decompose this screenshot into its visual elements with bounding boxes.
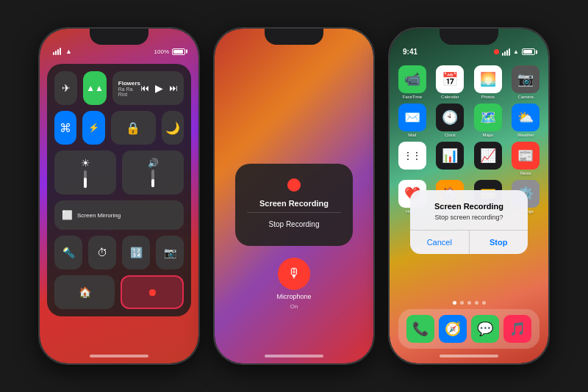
notch-2 bbox=[265, 29, 323, 45]
alert-body: Screen Recording Stop screen recording? bbox=[410, 190, 528, 221]
alert-title: Screen Recording bbox=[420, 202, 517, 211]
bluetooth-button[interactable]: ⚡ bbox=[82, 111, 104, 145]
dnd-button[interactable]: 🌙 bbox=[162, 111, 184, 145]
screen-record-button[interactable]: ⏺ bbox=[121, 275, 184, 309]
app-news[interactable]: 📰 News bbox=[509, 142, 543, 175]
camera-icon: 📷 bbox=[164, 247, 176, 258]
cc-last-row: 🏠 ⏺ bbox=[54, 275, 184, 309]
dot-4 bbox=[475, 301, 478, 305]
orientation-lock-button[interactable]: 🔒 bbox=[111, 111, 156, 145]
dot-5 bbox=[482, 301, 486, 305]
app-clock[interactable]: 🕙 Clock bbox=[434, 104, 467, 137]
timer-icon: ⏱ bbox=[97, 247, 107, 258]
airplane-icon: ✈ bbox=[62, 82, 71, 94]
play-icon[interactable]: ▶ bbox=[155, 82, 163, 94]
flashlight-button[interactable]: 🔦 bbox=[54, 236, 82, 269]
alert-cancel-button[interactable]: Cancel bbox=[410, 231, 470, 254]
home-button[interactable]: 🏠 bbox=[54, 275, 115, 309]
next-icon[interactable]: ⏭ bbox=[169, 83, 178, 93]
mic-button[interactable]: 🎙 bbox=[278, 258, 310, 290]
mirror-icon: ⬜ bbox=[62, 210, 73, 220]
battery-pct: 100% bbox=[154, 48, 169, 55]
record-icon: ⏺ bbox=[147, 286, 157, 298]
cellular-button[interactable]: ▲▲ bbox=[83, 71, 106, 105]
phone-3: 9:41 ▲ bbox=[388, 27, 550, 365]
prev-icon[interactable]: ⏮ bbox=[140, 83, 149, 93]
popup-divider bbox=[247, 212, 341, 213]
mic-status: On bbox=[290, 303, 298, 310]
safari-icon: 🧭 bbox=[439, 315, 467, 343]
notch-1 bbox=[90, 29, 148, 45]
dock-music[interactable]: 🎵 bbox=[503, 315, 531, 343]
cc-connectivity-row: ✈ ▲▲ Flowers Ra Ra Riot ⏮ ▶ ⏭ bbox=[54, 71, 184, 105]
recording-popup: Screen Recording Stop Recording bbox=[235, 164, 353, 246]
home-indicator-1[interactable] bbox=[90, 355, 148, 357]
dock: 📞 🧭 💬 🎵 bbox=[398, 309, 539, 349]
dock-phone[interactable]: 📞 bbox=[406, 315, 434, 343]
weather-icon: ⛅ bbox=[512, 104, 539, 131]
calc-icon: 🔢 bbox=[130, 247, 143, 258]
timer-button[interactable]: ⏱ bbox=[88, 236, 116, 269]
mirror-label: Screen Mirroring bbox=[77, 212, 121, 219]
status-bar-3: 9:41 ▲ bbox=[390, 48, 548, 56]
app-facetime[interactable]: 📹 FaceTime bbox=[395, 65, 429, 99]
cc-sliders-row: ☀ 🔊 bbox=[54, 150, 184, 195]
control-center-panel: ✈ ▲▲ Flowers Ra Ra Riot ⏮ ▶ ⏭ bbox=[47, 64, 191, 316]
app-activity[interactable]: 📈 bbox=[471, 142, 505, 175]
alert-stop-button[interactable]: Stop bbox=[470, 231, 528, 254]
recording-title: Screen Recording bbox=[259, 199, 329, 208]
app-camera[interactable]: 📷 Camera bbox=[509, 65, 543, 99]
wifi-btn-icon: ⌘ bbox=[60, 121, 71, 135]
now-playing-widget[interactable]: Flowers Ra Ra Riot ⏮ ▶ ⏭ bbox=[112, 71, 184, 105]
cc-bottom-row: 🔦 ⏱ 🔢 📷 bbox=[54, 236, 184, 269]
cc-row2: ⌘ ⚡ 🔒 🌙 bbox=[54, 111, 184, 145]
np-controls: ⏮ ▶ ⏭ bbox=[140, 82, 178, 94]
photos-icon: 🌅 bbox=[474, 65, 502, 93]
alert-message: Stop screen recording? bbox=[420, 214, 517, 221]
facetime-icon: 📹 bbox=[398, 65, 426, 93]
dot-2 bbox=[460, 301, 464, 305]
dot-3 bbox=[467, 301, 471, 305]
dock-safari[interactable]: 🧭 bbox=[439, 315, 467, 343]
app-photos[interactable]: 🌅 Photos bbox=[471, 65, 505, 99]
alert-buttons: Cancel Stop bbox=[410, 231, 528, 254]
stop-recording-button[interactable]: Stop Recording bbox=[269, 217, 320, 231]
calendar-icon: 📅 bbox=[436, 65, 464, 93]
airplane-mode-button[interactable]: ✈ bbox=[54, 71, 77, 105]
mic-container: 🎙 Microphone On bbox=[276, 258, 311, 310]
music-icon: 🎵 bbox=[503, 315, 531, 343]
status-icons-right: ▲ bbox=[494, 48, 535, 56]
messages-icon: 💬 bbox=[471, 315, 499, 343]
mic-label: Microphone bbox=[276, 293, 311, 300]
notch-3 bbox=[440, 29, 498, 45]
app-stocks[interactable]: 📊 bbox=[434, 142, 467, 175]
battery-area: 100% bbox=[154, 48, 185, 55]
app-maps[interactable]: 🗺️ Maps bbox=[471, 104, 505, 137]
app-mail[interactable]: ✉️ Mail bbox=[395, 104, 429, 137]
wifi-button[interactable]: ⌘ bbox=[54, 111, 76, 145]
np-title: Flowers bbox=[118, 80, 140, 87]
reminders-icon: ⋮⋮ bbox=[398, 142, 426, 170]
app-reminders[interactable]: ⋮⋮ bbox=[395, 142, 429, 175]
phone-icon: 📞 bbox=[406, 315, 434, 343]
speaker-icon: 🔊 bbox=[148, 158, 159, 168]
screen-mirror-button[interactable]: ⬜ Screen Mirroring bbox=[54, 200, 184, 230]
calculator-button[interactable]: 🔢 bbox=[122, 236, 150, 269]
activity-icon: 📈 bbox=[474, 142, 502, 170]
dock-messages[interactable]: 💬 bbox=[471, 315, 499, 343]
brightness-slider[interactable]: ☀ bbox=[54, 150, 116, 195]
recording-overlay: Screen Recording Stop Recording 🎙 Microp… bbox=[235, 186, 353, 310]
app-calendar[interactable]: 📅 Calendar bbox=[434, 65, 467, 99]
app-weather[interactable]: ⛅ Weather bbox=[509, 104, 543, 137]
home-indicator-3[interactable] bbox=[440, 355, 498, 357]
camera-button[interactable]: 📷 bbox=[156, 236, 184, 269]
lock-icon: 🔒 bbox=[126, 121, 140, 135]
bluetooth-icon: ⚡ bbox=[88, 123, 99, 133]
recording-status-indicator bbox=[494, 49, 499, 54]
wifi-icon-3: ▲ bbox=[513, 48, 519, 55]
volume-slider[interactable]: 🔊 bbox=[122, 150, 184, 195]
wifi-icon: ▲ bbox=[65, 48, 72, 55]
home-indicator-2[interactable] bbox=[265, 355, 323, 357]
dot-1 bbox=[453, 301, 456, 305]
cc-mirroring-row: ⬜ Screen Mirroring bbox=[54, 200, 184, 230]
